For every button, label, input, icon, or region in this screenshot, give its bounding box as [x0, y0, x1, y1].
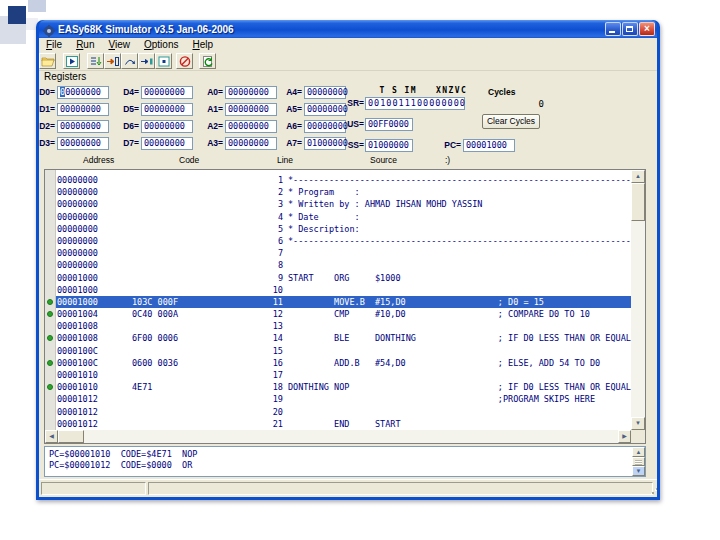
breakpoint-dot-icon[interactable]: [47, 311, 53, 317]
close-button[interactable]: ×: [639, 22, 655, 36]
title-bar[interactable]: EASy68K Simulator v3.5 Jan-06-2006 ×: [39, 20, 657, 38]
sr-field[interactable]: 0010011100000000: [365, 97, 465, 110]
listing-row[interactable]: 00001000103C 000F11 MOVE.B #15,D0 ; D0 =…: [45, 296, 631, 308]
register-field-A0[interactable]: 00000000: [225, 86, 277, 99]
listing-row[interactable]: 000010040C40 000A12 CMP #10,D0 ; COMPARE…: [45, 308, 631, 320]
listing-row[interactable]: 000000002* Program :: [45, 186, 631, 198]
open-program-icon: [41, 55, 55, 68]
listing-row[interactable]: 0000100010: [45, 284, 631, 296]
ss-field[interactable]: 01000000: [365, 139, 413, 152]
scroll-up-icon[interactable]: ▲: [632, 447, 645, 457]
register-field-A7[interactable]: 01000000: [304, 137, 346, 150]
line-number-cell: 16: [250, 357, 283, 369]
pc-label: PC=: [437, 139, 461, 152]
listing-row[interactable]: 000000006*------------------------------…: [45, 235, 631, 247]
listing-row[interactable]: 0000101221 END START: [45, 418, 631, 430]
listing-row[interactable]: 000010104E7118DONTHING NOP ; IF D0 LESS …: [45, 381, 631, 393]
register-field-A6[interactable]: 00000000: [304, 120, 346, 133]
header-line: Line: [277, 155, 293, 165]
register-field-D6[interactable]: 00000000: [141, 120, 193, 133]
stop-button[interactable]: [176, 53, 193, 69]
source-cell: ADD.B #54,D0 ; ELSE, ADD 54 TO D0: [288, 357, 600, 369]
trace-line: PC=$00001012 CODE=$0000 OR: [49, 460, 192, 470]
source-cell: MOVE.B #15,D0 ; D0 = 15: [288, 296, 544, 308]
status-pane-main: [148, 482, 653, 495]
listing-row[interactable]: 0000100813: [45, 320, 631, 332]
listing-horizontal-scrollbar[interactable]: ◀ ▶: [45, 430, 631, 443]
listing-row[interactable]: 000000008: [45, 259, 631, 271]
scroll-up-icon[interactable]: ▲: [631, 170, 645, 183]
register-label: A5=: [285, 103, 302, 116]
address-cell: 00000000: [57, 259, 98, 271]
register-field-A4[interactable]: 00000000: [304, 86, 346, 99]
register-field-D2[interactable]: 00000000: [57, 120, 109, 133]
listing-row[interactable]: 0000101017: [45, 369, 631, 381]
menu-help[interactable]: Help: [185, 38, 220, 52]
scroll-left-icon[interactable]: ◀: [45, 430, 58, 443]
scrollbar-thumb[interactable]: [632, 457, 645, 466]
listing-row[interactable]: 0000101219 ;PROGRAM SKIPS HERE: [45, 393, 631, 405]
clear-cycles-button[interactable]: Clear Cycles: [482, 114, 540, 129]
breakpoint-dot-icon[interactable]: [47, 360, 53, 366]
register-field-D1[interactable]: 00000000: [57, 103, 109, 116]
scroll-right-icon[interactable]: ▶: [618, 430, 631, 443]
menu-options[interactable]: Options: [137, 38, 185, 52]
register-label: A0=: [206, 86, 223, 99]
register-label: A6=: [285, 120, 302, 133]
menu-view[interactable]: View: [101, 38, 137, 52]
register-field-D7[interactable]: 00000000: [141, 137, 193, 150]
scrollbar-thumb[interactable]: [58, 430, 84, 443]
halt-button[interactable]: [155, 53, 172, 69]
register-field-A5[interactable]: 00000000: [304, 103, 346, 116]
minimize-button[interactable]: [605, 22, 621, 36]
address-cell: 00001010: [57, 369, 98, 381]
auto-trace-button[interactable]: [87, 53, 104, 69]
menu-file[interactable]: File: [39, 38, 69, 52]
listing-row[interactable]: 0000100C15: [45, 345, 631, 357]
us-field[interactable]: 00FF0000: [365, 118, 413, 131]
line-number-cell: 13: [250, 320, 283, 332]
register-field-A2[interactable]: 00000000: [225, 120, 277, 133]
maximize-button[interactable]: [622, 22, 638, 36]
listing-row[interactable]: 000000007: [45, 247, 631, 259]
listing-row[interactable]: 000000004* Date :: [45, 211, 631, 223]
line-number-cell: 21: [250, 418, 283, 430]
register-label: A2=: [206, 120, 223, 133]
breakpoint-dot-icon[interactable]: [47, 299, 53, 305]
breakpoint-dot-icon[interactable]: [47, 335, 53, 341]
trace-over-button[interactable]: [121, 53, 138, 69]
run-button[interactable]: [63, 53, 80, 69]
listing-row[interactable]: 0000100C0600 003616 ADD.B #54,D0 ; ELSE,…: [45, 357, 631, 369]
register-field-D0[interactable]: 00000000: [57, 86, 109, 99]
scroll-down-icon[interactable]: ▼: [631, 417, 645, 430]
register-label: D3=: [39, 137, 55, 150]
minimize-icon: [609, 31, 615, 33]
trace-output-panel: PC=$00001010 CODE=$4E71 NOP PC=$00001012…: [44, 446, 646, 477]
listing-row[interactable]: 000000003* Written by : AHMAD IHSAN MOHD…: [45, 198, 631, 210]
listing-row[interactable]: 000000005* Description:: [45, 223, 631, 235]
listing-row[interactable]: 0000101220: [45, 406, 631, 418]
listing-row[interactable]: 000010086F00 000614 BLE DONTHING ; IF D0…: [45, 332, 631, 344]
scrollbar-thumb[interactable]: [631, 183, 645, 221]
trace-into-button[interactable]: [104, 53, 121, 69]
line-number-cell: 10: [250, 284, 283, 296]
listing-row[interactable]: 000000001*------------------------------…: [45, 174, 631, 186]
menu-run[interactable]: Run: [69, 38, 101, 52]
pc-field[interactable]: 00001000: [463, 139, 515, 152]
breakpoint-dot-icon[interactable]: [47, 384, 53, 390]
register-field-A3[interactable]: 00000000: [225, 137, 277, 150]
resize-grip-icon[interactable]: [652, 492, 654, 494]
open-program-button[interactable]: [39, 53, 56, 69]
listing-row[interactable]: 000010009START ORG $1000: [45, 272, 631, 284]
register-field-A1[interactable]: 00000000: [225, 103, 277, 116]
menu-bar: File Run View Options Help: [39, 38, 657, 52]
reload-button[interactable]: [199, 53, 216, 69]
listing-vertical-scrollbar[interactable]: ▲ ▼: [631, 170, 645, 430]
scroll-down-icon[interactable]: ▼: [632, 466, 645, 476]
register-field-D5[interactable]: 00000000: [141, 103, 193, 116]
register-field-D4[interactable]: 00000000: [141, 86, 193, 99]
listing-rows: 000000001*------------------------------…: [45, 170, 631, 430]
register-field-D3[interactable]: 00000000: [57, 137, 109, 150]
run-to-cursor-button[interactable]: [138, 53, 155, 69]
trace-vertical-scrollbar[interactable]: ▲ ▼: [632, 447, 645, 476]
